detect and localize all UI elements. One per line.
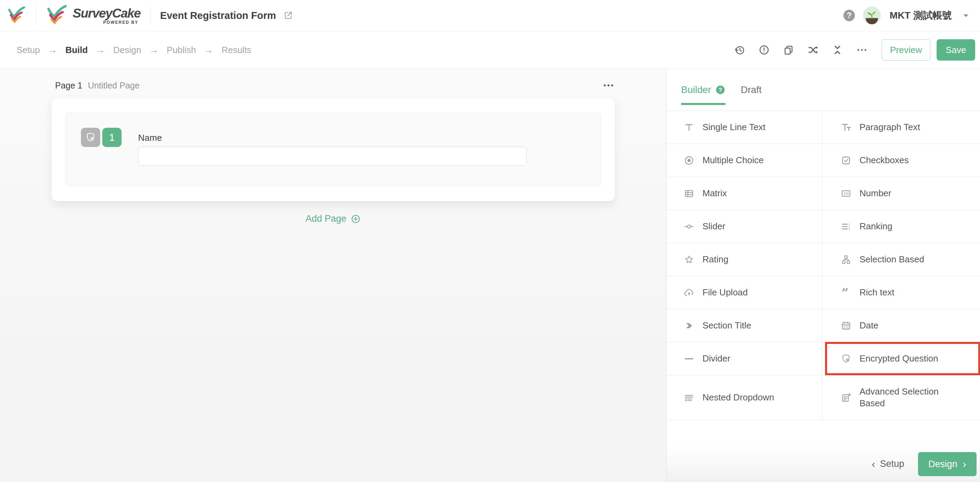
field-type-grid: Single Line TextParagraph TextMultiple C…: [667, 111, 980, 420]
field-type-slider[interactable]: Slider: [667, 210, 822, 243]
breadcrumb-arrow: →: [204, 45, 213, 56]
question-label[interactable]: Name: [138, 132, 162, 143]
shuffle-button[interactable]: [800, 39, 825, 60]
shuffle-icon: [807, 44, 819, 56]
field-type-single-line-text[interactable]: Single Line Text: [667, 111, 822, 144]
design-next-label: Design: [928, 459, 957, 469]
save-button[interactable]: Save: [937, 39, 975, 60]
field-type-label: Nested Dropdown: [702, 392, 774, 404]
sidebar-tabs: Builder ? Draft: [667, 69, 980, 111]
more-options-button[interactable]: [850, 39, 874, 60]
avatar[interactable]: [863, 6, 881, 24]
app-header: SurveyCake POWERED BY Event Registration…: [0, 0, 980, 31]
add-page-button[interactable]: Add Page: [0, 213, 666, 224]
help-icon[interactable]: ?: [842, 9, 856, 22]
question-card[interactable]: 1 Name: [52, 98, 615, 201]
workflow-step-publish[interactable]: Publish: [167, 45, 196, 56]
builder-sidebar: Builder ? Draft Single Line TextParagrap…: [666, 69, 980, 482]
field-type-label: Slider: [702, 221, 725, 232]
powered-by-label: POWERED BY: [73, 20, 140, 25]
breadcrumb-arrow: →: [96, 45, 105, 56]
selection-based-icon: [840, 254, 851, 265]
setup-back-button[interactable]: ‹ Setup: [872, 458, 904, 469]
chevron-left-icon: ‹: [872, 459, 875, 469]
toolbar-icons: [727, 39, 874, 60]
field-type-advanced-selection-based[interactable]: Advanced Selection Based: [822, 375, 980, 420]
field-type-checkboxes[interactable]: Checkboxes: [822, 144, 980, 177]
svg-text:”: ”: [842, 287, 849, 298]
field-type-divider[interactable]: Divider: [667, 342, 822, 375]
field-type-label: Matrix: [702, 188, 727, 199]
page-number-label: Page 1: [55, 81, 82, 91]
date-icon: [840, 320, 851, 331]
page-menu-button[interactable]: [602, 79, 615, 92]
multiple-choice-icon: [684, 155, 695, 166]
brand-lockup: SurveyCake POWERED BY: [46, 5, 140, 27]
breadcrumb-arrow: →: [48, 45, 57, 56]
surveycake-logo-icon: [46, 5, 68, 27]
field-type-paragraph-text[interactable]: Paragraph Text: [822, 111, 980, 144]
advanced-selection-based-icon: [840, 392, 851, 403]
field-type-label: File Upload: [702, 287, 748, 299]
field-type-label: Checkboxes: [859, 154, 909, 166]
answer-input[interactable]: [138, 147, 527, 165]
tab-builder[interactable]: Builder ?: [681, 69, 725, 111]
field-type-rich-text[interactable]: ”Rich text: [822, 276, 980, 309]
field-type-rating[interactable]: Rating: [667, 243, 822, 276]
page-title[interactable]: Untitled Page: [88, 81, 140, 91]
external-link-icon[interactable]: [283, 10, 293, 21]
workflow-step-build[interactable]: Build: [65, 45, 88, 56]
version-history-button[interactable]: [727, 39, 752, 60]
chevron-right-icon: ›: [963, 459, 966, 469]
file-upload-icon: [684, 287, 695, 298]
field-type-section-title[interactable]: Section Title: [667, 309, 822, 342]
field-type-multiple-choice[interactable]: Multiple Choice: [667, 144, 822, 177]
field-type-number[interactable]: 123Number: [822, 177, 980, 210]
workflow-step-results[interactable]: Results: [221, 45, 251, 56]
field-type-date[interactable]: Date: [822, 309, 980, 342]
nested-dropdown-icon: [684, 392, 695, 403]
svg-text:?: ?: [719, 87, 722, 93]
field-type-nested-dropdown[interactable]: Nested Dropdown: [667, 375, 822, 420]
field-type-label: Encrypted Question: [859, 353, 938, 364]
checkboxes-icon: [840, 155, 851, 166]
account-name: MKT 測試帳號: [890, 9, 952, 22]
field-type-label: Paragraph Text: [859, 121, 920, 133]
field-type-file-upload[interactable]: File Upload: [667, 276, 822, 309]
setup-back-label: Setup: [880, 458, 904, 469]
tab-draft[interactable]: Draft: [741, 69, 762, 111]
number-icon: 123: [840, 188, 851, 199]
form-alert-button[interactable]: [752, 39, 776, 60]
field-type-ranking[interactable]: 123Ranking: [822, 210, 980, 243]
workflow-step-design[interactable]: Design: [113, 45, 141, 56]
field-type-label: Date: [859, 320, 878, 332]
ranking-icon: 123: [840, 221, 851, 232]
ellipsis-icon: [602, 79, 615, 92]
field-type-matrix[interactable]: Matrix: [667, 177, 822, 210]
rating-icon: [684, 254, 695, 265]
surveycake-logo-mark-icon[interactable]: [7, 6, 26, 25]
field-type-label: Single Line Text: [702, 121, 765, 133]
preview-button[interactable]: Preview: [881, 39, 931, 60]
chevron-down-icon[interactable]: [961, 10, 971, 21]
page-header-row: Page 1 Untitled Page: [55, 79, 615, 92]
form-canvas: Page 1 Untitled Page 1 Name Add Page: [0, 69, 666, 482]
more-icon: [856, 44, 868, 56]
svg-text:?: ?: [846, 11, 851, 20]
tab-builder-label: Builder: [681, 84, 711, 95]
header-divider: [150, 6, 151, 25]
plus-circle-icon: [350, 214, 361, 224]
question-inner-panel: 1 Name: [65, 113, 601, 186]
design-next-button[interactable]: Design ›: [918, 452, 977, 476]
question-circle-icon[interactable]: ?: [715, 85, 725, 95]
encrypted-question-badge-icon: [85, 132, 96, 143]
paragraph-text-icon: [840, 122, 851, 133]
history-icon: [734, 44, 746, 56]
duplicate-button[interactable]: [776, 39, 800, 60]
workflow-step-setup[interactable]: Setup: [16, 45, 40, 56]
collapse-button[interactable]: [825, 39, 850, 60]
duplicate-icon: [783, 44, 794, 56]
svg-text:3: 3: [848, 227, 850, 230]
field-type-selection-based[interactable]: Selection Based: [822, 243, 980, 276]
field-type-encrypted-question[interactable]: Encrypted Question: [822, 342, 980, 375]
